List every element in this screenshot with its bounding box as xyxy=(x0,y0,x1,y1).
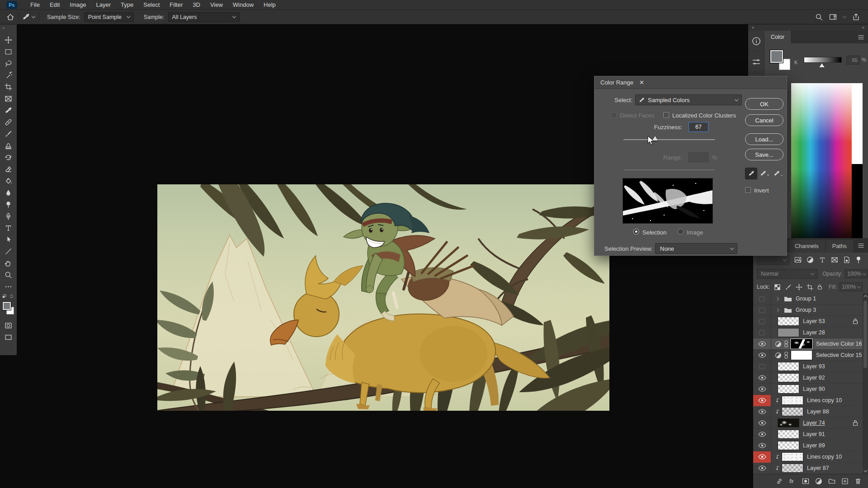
eye-visibility-toggle[interactable] xyxy=(753,361,771,372)
tab-channels[interactable]: Channels xyxy=(788,240,825,253)
frame-tool[interactable] xyxy=(0,93,17,104)
load-button[interactable]: Load... xyxy=(745,133,783,145)
layer-name[interactable]: Lines copy 10 xyxy=(807,397,842,404)
hand-tool[interactable] xyxy=(0,257,17,269)
layer-row-layer-92[interactable]: Layer 92 xyxy=(753,372,863,384)
detect-faces-checkbox[interactable] xyxy=(611,112,617,118)
lock-transparency-icon[interactable] xyxy=(774,284,781,291)
cancel-button[interactable]: Cancel xyxy=(745,114,783,126)
layer-style-icon[interactable]: fx xyxy=(789,478,796,485)
layer-name[interactable]: Layer 28 xyxy=(803,329,825,336)
collapse-dock-right-icon[interactable]: » xyxy=(862,25,864,30)
layer-row-layer-87[interactable]: Layer 87 xyxy=(753,463,863,474)
layer-name[interactable]: Lines copy 10 xyxy=(807,454,842,460)
eye-visibility-toggle[interactable] xyxy=(753,293,771,305)
layer-name[interactable]: Layer 91 xyxy=(803,431,825,437)
layer-name[interactable]: Group 1 xyxy=(796,296,816,302)
opacity-field[interactable]: 100% xyxy=(845,269,868,278)
artwork-canvas[interactable] xyxy=(157,184,609,411)
new-group-icon[interactable] xyxy=(828,478,835,485)
delete-layer-icon[interactable] xyxy=(854,478,862,485)
fuzziness-slider-thumb[interactable] xyxy=(652,136,658,141)
add-sample-eyedropper-button[interactable]: + xyxy=(759,168,771,179)
eye-visibility-icon[interactable] xyxy=(753,350,771,361)
workspace-chevron-icon[interactable] xyxy=(843,14,846,18)
fuzziness-field[interactable]: 67 xyxy=(689,122,708,132)
eye-visibility-icon[interactable] xyxy=(753,384,771,395)
layer-thumbnail[interactable] xyxy=(778,328,799,337)
layer-row-layer-53[interactable]: Layer 53 xyxy=(753,316,863,327)
ellipsis-tool[interactable] xyxy=(0,281,17,292)
layer-row-selective-color-15[interactable]: Selective Color 15 xyxy=(753,350,863,361)
layer-row-group-1[interactable]: Group 1 xyxy=(753,293,863,305)
sample-eyedropper-button[interactable] xyxy=(745,168,757,179)
tab-color[interactable]: Color xyxy=(764,31,791,43)
menu-file[interactable]: File xyxy=(25,0,45,10)
ok-button[interactable]: OK xyxy=(745,98,783,110)
eye-visibility-toggle[interactable] xyxy=(753,327,771,338)
brush-tool[interactable] xyxy=(0,128,17,140)
type-tool[interactable] xyxy=(0,222,17,234)
eye-visibility-icon[interactable] xyxy=(753,418,771,429)
eye-visibility-icon[interactable] xyxy=(753,429,771,440)
lock-artboard-icon[interactable] xyxy=(807,284,813,291)
layer-thumbnail[interactable] xyxy=(782,396,803,405)
layer-mask-thumbnail[interactable] xyxy=(791,339,812,349)
lasso-tool[interactable] xyxy=(0,57,17,69)
search-icon[interactable] xyxy=(815,13,823,21)
layer-name[interactable]: Group 3 xyxy=(796,307,816,313)
quick-mask-button[interactable] xyxy=(0,319,17,331)
layer-thumbnail[interactable] xyxy=(778,418,799,427)
layer-row-layer-93[interactable]: Layer 93 xyxy=(753,361,863,372)
screen-mode-button[interactable] xyxy=(0,331,17,343)
lock-move-icon[interactable] xyxy=(796,284,802,291)
filter-toggle-pin-icon[interactable] xyxy=(855,256,862,263)
layer-thumbnail[interactable] xyxy=(782,452,803,461)
foreground-color-swatch[interactable] xyxy=(2,301,11,310)
eyedropper-tool[interactable] xyxy=(0,104,17,116)
swap-colors-icon[interactable] xyxy=(9,294,15,300)
layer-row-layer-89[interactable]: Layer 89 xyxy=(753,440,863,451)
k-value-field[interactable]: 65 xyxy=(846,56,860,65)
pen-tool[interactable] xyxy=(0,210,17,222)
k-slider-thumb[interactable] xyxy=(819,63,825,67)
link-layers-icon[interactable] xyxy=(776,478,783,485)
layer-thumbnail[interactable] xyxy=(782,407,803,416)
eye-visibility-icon[interactable] xyxy=(753,440,771,451)
eye-visibility-icon[interactable] xyxy=(753,463,771,474)
menu-image[interactable]: Image xyxy=(65,0,91,10)
eraser-tool[interactable] xyxy=(0,163,17,175)
select-dropdown[interactable]: Sampled Colors xyxy=(635,94,742,105)
panel-foreground-swatch[interactable] xyxy=(770,50,783,63)
eyedropper-tool-icon[interactable] xyxy=(22,13,30,21)
menu-help[interactable]: Help xyxy=(259,0,281,10)
eye-visibility-icon[interactable] xyxy=(753,451,771,463)
close-icon[interactable]: ✕ xyxy=(639,80,644,86)
home-icon[interactable] xyxy=(6,13,14,21)
dialog-title-bar[interactable]: Color Range ✕ xyxy=(594,76,787,89)
panel-menu-icon[interactable] xyxy=(858,34,864,41)
menu-type[interactable]: Type xyxy=(116,0,138,10)
layer-row-group-3[interactable]: Group 3 xyxy=(753,305,863,316)
menu-select[interactable]: Select xyxy=(138,0,165,10)
layer-name[interactable]: Layer 90 xyxy=(803,386,825,392)
sample-size-dropdown[interactable]: Point Sample xyxy=(84,12,134,22)
grayscale-ramp[interactable] xyxy=(852,83,863,239)
dodge-tool[interactable] xyxy=(0,198,17,210)
pathselect-tool[interactable] xyxy=(0,234,17,245)
stamp-tool[interactable] xyxy=(0,140,17,151)
color-spectrum[interactable] xyxy=(791,83,852,239)
layer-name[interactable]: Selective Color 16 xyxy=(816,341,862,347)
bucket-tool[interactable] xyxy=(0,175,17,187)
selection-radio[interactable] xyxy=(633,229,639,235)
menu-view[interactable]: View xyxy=(205,0,228,10)
lock-all-icon[interactable] xyxy=(817,284,823,291)
panel-menu-icon[interactable] xyxy=(858,242,864,249)
menu-edit[interactable]: Edit xyxy=(45,0,65,10)
wand-tool[interactable] xyxy=(0,69,17,81)
selection-preview-dropdown[interactable]: None xyxy=(655,243,737,254)
layer-thumbnail[interactable] xyxy=(778,373,799,382)
layer-name[interactable]: Layer 74 xyxy=(803,420,825,426)
layer-thumbnail[interactable] xyxy=(778,430,799,439)
eye-visibility-icon[interactable] xyxy=(753,406,771,418)
